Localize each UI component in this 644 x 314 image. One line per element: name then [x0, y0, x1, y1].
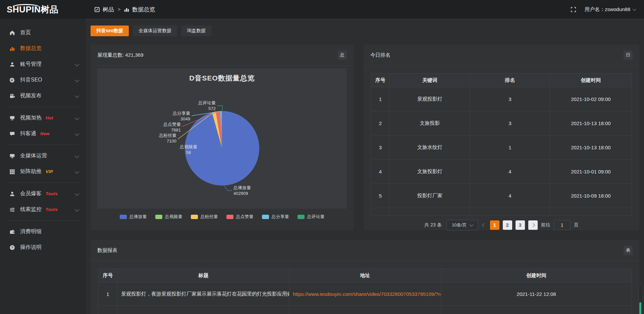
- overview-panel-head: 展现量总数: 421,369 总: [91, 45, 354, 66]
- table-cell: [441, 306, 632, 314]
- scrollbar-thumb[interactable]: [639, 302, 641, 314]
- report-mode-button[interactable]: 表: [624, 246, 633, 255]
- column-header: 关键词: [390, 73, 470, 87]
- goto-page-input[interactable]: [554, 220, 571, 230]
- overview-panel: 展现量总数: 421,369 总 D音SEO数据量总览 总播放量402909总视…: [91, 45, 354, 230]
- table-row-stub: [371, 208, 632, 216]
- logo-arc: [11, 4, 41, 11]
- table-cell: 文旅水纹灯: [390, 136, 470, 160]
- prev-page-button[interactable]: [481, 224, 487, 226]
- table-cell: [371, 208, 390, 216]
- sidebar-item-label: 首页: [20, 29, 31, 36]
- table-row-stub: [98, 306, 632, 314]
- topbar-right: 用户名：zswodun88: [570, 6, 644, 13]
- user-menu[interactable]: 用户名：zswodun88: [585, 6, 635, 13]
- tab-2[interactable]: 询盘数据: [181, 25, 211, 36]
- table-cell: 2: [371, 111, 390, 136]
- report-title-cell: 景观投影灯，夜游景观投影灯厂家展示展示落花灯在花园里的灯光投影应用效果 #: [118, 282, 289, 306]
- legend-label: 总播放量: [129, 214, 147, 220]
- sidebar-item-wallet[interactable]: 消费明细: [0, 224, 86, 240]
- legend-item-3[interactable]: 总点赞量: [226, 214, 254, 220]
- sidebar-item-screen[interactable]: 视频加热Hot: [0, 110, 86, 126]
- sidebar-item-grid[interactable]: 矩阵助推VIP: [0, 164, 86, 179]
- report-table: 序号标题地址创建时间1景观投影灯，夜游景观投影灯厂家展示展示落花灯在花园里的灯光…: [98, 268, 632, 314]
- ranking-mode-button[interactable]: 日: [624, 51, 633, 60]
- chevron-down-icon: [75, 169, 79, 174]
- chevron-down-icon: [633, 7, 636, 11]
- legend-label: 总分享量: [272, 214, 289, 220]
- sidebar-item-chart-bars[interactable]: 数据总览: [0, 41, 86, 56]
- table-cell: 4: [470, 184, 550, 208]
- overview-mode-button[interactable]: 总: [338, 51, 347, 60]
- table-cell: 景观投影灯: [390, 87, 470, 111]
- video-camera-icon: [9, 93, 15, 99]
- sidebar-item-video-camera[interactable]: 视频发布: [0, 88, 86, 104]
- sidebar-item-label: 抖客通: [20, 130, 36, 137]
- sidebar-item-home[interactable]: 首页: [0, 25, 86, 41]
- app-icon: [95, 7, 100, 12]
- gear-icon: [9, 77, 15, 83]
- sidebar-item-member[interactable]: 会员爆客Tools: [0, 186, 86, 202]
- sidebar-item-badge: New: [40, 131, 50, 136]
- table-cell: 1: [98, 282, 118, 306]
- legend-item-0[interactable]: 总播放量: [120, 214, 147, 220]
- legend-chip: [120, 215, 127, 219]
- sidebar-item-badge: Hot: [46, 115, 53, 120]
- next-page-button[interactable]: [528, 220, 538, 230]
- video-link[interactable]: https://www.iesdouyin.com/share/video/70…: [293, 291, 441, 297]
- table-cell: 4: [470, 160, 550, 184]
- sidebar-item-chat[interactable]: 抖客通New: [0, 126, 86, 142]
- page-button-2[interactable]: 2: [503, 220, 512, 230]
- page-size-value: 10条/页: [452, 222, 467, 228]
- report-url-cell: https://www.iesdouyin.com/share/video/70…: [289, 282, 441, 306]
- scrollbar[interactable]: [638, 284, 643, 314]
- sidebar-item-monitor[interactable]: 全媒体运营: [0, 148, 86, 164]
- sidebar-item-sliders[interactable]: 线索监控Tools: [0, 202, 86, 217]
- table-cell: 1: [371, 87, 390, 111]
- table-row: 1景观投影灯，夜游景观投影灯厂家展示展示落花灯在花园里的灯光投影应用效果 #ht…: [98, 282, 632, 306]
- page-size-select[interactable]: 10条/页: [446, 220, 478, 230]
- table-cell: 3: [470, 111, 550, 136]
- pie-label-line-0: [224, 186, 232, 191]
- column-header: 序号: [98, 269, 118, 282]
- sidebar-item-label: 视频发布: [20, 92, 42, 99]
- chart-icon: [124, 7, 129, 12]
- table-cell: [470, 208, 550, 216]
- legend-item-1[interactable]: 总视频量: [155, 214, 182, 220]
- legend-item-4[interactable]: 总分享量: [262, 214, 289, 220]
- tab-1[interactable]: 全媒体运营数据: [133, 25, 177, 36]
- table-cell: [118, 306, 289, 314]
- page-button-1[interactable]: 1: [490, 220, 499, 230]
- sidebar-item-label: 全媒体运营: [20, 152, 47, 159]
- fullscreen-icon[interactable]: [570, 6, 577, 13]
- pie-label-name-5: 总评论量: [198, 100, 216, 105]
- sidebar-item-question[interactable]: ?操作说明: [0, 240, 86, 255]
- table-row: 1景观投影灯32021-10-02 09:00: [371, 87, 632, 111]
- user-label: 用户名：zswodun88: [585, 6, 630, 13]
- column-header: 排名: [470, 73, 550, 87]
- table-cell: 5: [371, 184, 390, 208]
- legend-label: 总评论量: [307, 214, 325, 220]
- breadcrumb-root[interactable]: 树品: [103, 6, 114, 13]
- page-button-3[interactable]: 3: [516, 220, 525, 230]
- sidebar-item-label: 线索监控: [20, 206, 42, 213]
- chevron-down-icon: [75, 192, 79, 196]
- column-header: 创建时间: [441, 269, 632, 282]
- sidebar: 首页数据总览账号管理抖音SEO视频发布视频加热Hot抖客通New全媒体运营矩阵助…: [0, 19, 86, 314]
- sidebar-item-user[interactable]: 账号管理: [0, 56, 86, 72]
- table-cell: 2021-11-22 12:08: [441, 282, 632, 306]
- pie-label-value-4: 3049: [180, 116, 190, 121]
- tab-bar: 抖音seo数据全媒体运营数据询盘数据: [91, 25, 639, 36]
- sidebar-item-label: 视频加热: [20, 114, 42, 121]
- tab-0[interactable]: 抖音seo数据: [91, 25, 129, 36]
- chat-icon: [9, 131, 15, 137]
- table-cell: 2021-10-01 09:00: [550, 160, 632, 184]
- pie-label-value-0: 402909: [233, 191, 248, 196]
- legend-item-2[interactable]: 总粉丝量: [191, 214, 218, 220]
- sidebar-item-gear[interactable]: 抖音SEO: [0, 72, 86, 88]
- chevron-down-icon: [75, 116, 79, 120]
- legend-item-5[interactable]: 总评论量: [298, 214, 325, 220]
- report-panel: 数据报表 表 序号标题地址创建时间1景观投影灯，夜游景观投影灯厂家展示展示落花灯…: [91, 240, 639, 314]
- table-cell: 2021-10-02 09:00: [550, 87, 632, 111]
- table-cell: [289, 306, 441, 314]
